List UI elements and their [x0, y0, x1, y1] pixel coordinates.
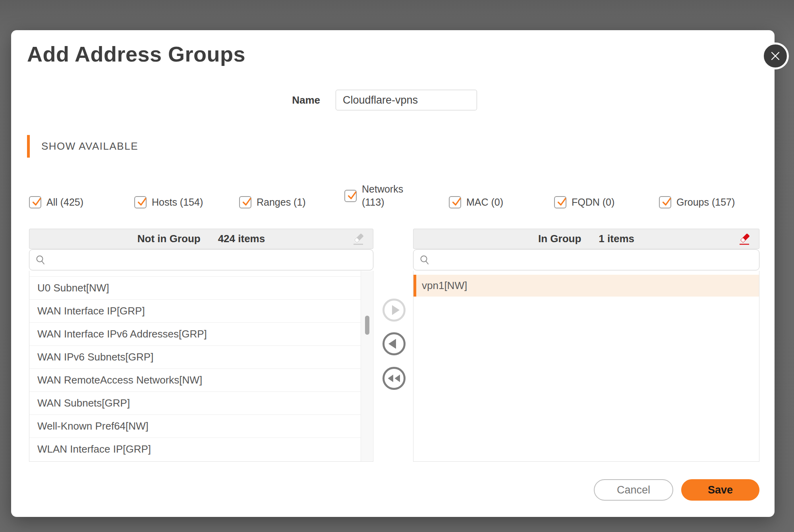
- filter-label: Networks (113): [362, 183, 403, 209]
- in-group-panel: In Group 1 items: [413, 229, 759, 462]
- checkmark-icon: [556, 196, 568, 208]
- cancel-button[interactable]: Cancel: [594, 479, 673, 501]
- double-arrow-left-icon: [382, 366, 406, 390]
- filter-label: MAC (0): [466, 196, 503, 209]
- checkmark-icon: [31, 196, 43, 208]
- checkmark-icon: [661, 196, 672, 208]
- checkbox-checked[interactable]: [554, 196, 566, 208]
- checkbox-checked[interactable]: [239, 196, 251, 208]
- panel-title: Not in Group: [137, 233, 201, 245]
- panel-title: In Group: [538, 233, 581, 245]
- checkbox-checked[interactable]: [449, 196, 461, 208]
- dialog-title: Add Address Groups: [27, 41, 245, 67]
- close-button[interactable]: [762, 42, 789, 69]
- list-item[interactable]: WAN Interface IP[GRP]: [29, 299, 361, 322]
- close-icon: [769, 50, 781, 62]
- filter-checkbox-group[interactable]: FQDN (0): [554, 196, 614, 209]
- checkmark-icon: [136, 196, 148, 208]
- name-input[interactable]: [336, 90, 477, 110]
- arrow-right-icon: [382, 298, 406, 322]
- list-item-selected[interactable]: vpn1[NW]: [413, 275, 759, 297]
- checkbox-checked[interactable]: [29, 196, 41, 208]
- in-group-list: vpn1[NW]: [413, 271, 759, 462]
- scrollbar-thumb[interactable]: [365, 316, 369, 335]
- filter-checkbox-group[interactable]: All (425): [29, 196, 83, 209]
- list-item[interactable]: WAN Subnets[GRP]: [29, 391, 361, 414]
- search-icon: [35, 254, 46, 266]
- not-in-group-panel: Not in Group 424 items: [29, 229, 373, 462]
- filter-label: Hosts (154): [152, 196, 203, 209]
- eraser-icon: [352, 232, 366, 247]
- list-item[interactable]: U0 Subnet[NW]: [29, 276, 361, 299]
- checkbox-checked[interactable]: [134, 196, 147, 208]
- list-item[interactable]: WAN RemoteAccess Networks[NW]: [29, 368, 361, 391]
- list-item[interactable]: WAN Interface IPv6 Addresses[GRP]: [29, 322, 361, 345]
- clear-all-button[interactable]: [738, 232, 752, 247]
- panel-item-count: 424 items: [218, 233, 265, 245]
- modal-overlay: Add Address Groups Name SHOW AVAILABLE A…: [0, 0, 794, 532]
- section-title: SHOW AVAILABLE: [41, 135, 138, 158]
- checkbox-checked[interactable]: [344, 190, 357, 202]
- filter-checkbox-group[interactable]: Ranges (1): [239, 196, 306, 209]
- clear-all-button[interactable]: [352, 232, 366, 247]
- filter-label: FQDN (0): [572, 196, 614, 209]
- search-icon: [419, 254, 430, 266]
- add-address-groups-dialog: Add Address Groups Name SHOW AVAILABLE A…: [11, 30, 775, 517]
- not-in-group-list: U0 Subnet[NW]WAN Interface IP[GRP]WAN In…: [29, 271, 373, 462]
- save-button[interactable]: Save: [681, 479, 759, 501]
- checkbox-checked[interactable]: [659, 196, 671, 208]
- arrow-left-icon: [382, 332, 406, 356]
- section-accent-bar: [27, 135, 30, 158]
- scrollbar-track[interactable]: [361, 271, 373, 461]
- checkmark-icon: [346, 189, 358, 201]
- move-right-button[interactable]: [382, 298, 406, 322]
- filter-checkbox-group[interactable]: MAC (0): [449, 196, 503, 209]
- list-item[interactable]: Well-Known Pref64[NW]: [29, 414, 361, 438]
- not-in-group-search: [29, 249, 373, 270]
- move-left-button[interactable]: [382, 332, 406, 356]
- filter-label: All (425): [46, 196, 83, 209]
- checkmark-icon: [241, 196, 253, 208]
- checkmark-icon: [450, 196, 462, 208]
- transfer-controls: [382, 298, 406, 390]
- filter-checkbox-group[interactable]: Hosts (154): [134, 196, 203, 209]
- name-label: Name: [241, 90, 320, 110]
- filter-label: Ranges (1): [257, 196, 306, 209]
- in-group-search: [413, 249, 759, 270]
- not-in-group-header: Not in Group 424 items: [29, 229, 373, 249]
- list-item[interactable]: WLAN Interface IP[GRP]: [29, 438, 361, 461]
- search-input[interactable]: [51, 250, 367, 270]
- filter-checkbox-group[interactable]: Networks (113): [344, 183, 403, 209]
- filter-label: Groups (157): [676, 196, 735, 209]
- filter-checkbox-group[interactable]: Groups (157): [659, 196, 735, 209]
- filter-checkbox-row: All (425)Hosts (154)Ranges (1)Networks (…: [11, 180, 775, 209]
- in-group-header: In Group 1 items: [413, 229, 759, 249]
- panel-item-count: 1 items: [599, 233, 634, 245]
- search-input[interactable]: [435, 250, 753, 270]
- eraser-icon-red: [738, 232, 752, 247]
- list-item[interactable]: WAN IPv6 Subnets[GRP]: [29, 345, 361, 368]
- move-all-left-button[interactable]: [382, 366, 406, 390]
